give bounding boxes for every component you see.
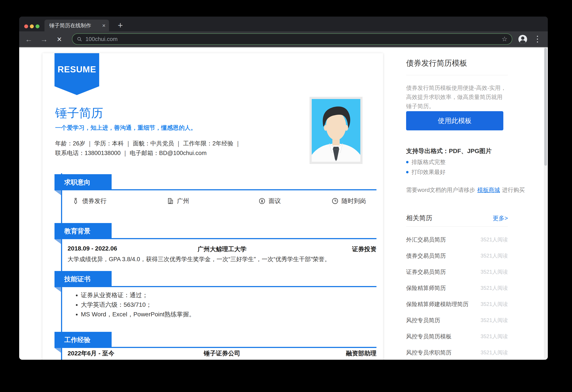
work-period: 2022年6月 - 至今 [68, 349, 114, 358]
related-resume-item[interactable]: 风控专员简历模板3521人阅读 [406, 328, 508, 344]
more-link[interactable]: 更多> [493, 214, 508, 222]
address-bar[interactable]: 100chui.com ☆ [72, 33, 512, 45]
close-window-button[interactable] [24, 24, 28, 28]
ribbon-fold [54, 190, 61, 195]
work-role: 融资部助理 [346, 349, 377, 358]
url-text: 100chui.com [85, 34, 117, 44]
candidate-info-line1: 年龄：26岁 ｜ 学历：本科 ｜ 面貌：中共党员 ｜ 工作年限：2年经验 ｜ [55, 140, 241, 147]
export-point: 排版格式完整 [406, 158, 445, 166]
related-resume-item[interactable]: 证券交易员简历3521人阅读 [406, 264, 508, 280]
search-icon [77, 36, 82, 42]
page-scrollbar [544, 47, 547, 360]
browser-window: 锤子简历在线制作 × + ← → × 100chui.com ☆ [19, 16, 548, 360]
skill-item: 大学英语六级：563/710； [81, 300, 195, 310]
related-heading-row: 相关简历 更多> [406, 214, 508, 223]
tab-close-icon[interactable]: × [102, 20, 106, 32]
template-store-link[interactable]: 模板商城 [477, 187, 500, 193]
id-photo [310, 97, 363, 164]
bullet-dot [406, 171, 409, 173]
related-resume-item[interactable]: 风控专员求职简历3521人阅读 [406, 344, 508, 360]
template-description: 债券发行简历模板使用便捷-高效-实用，高效提升求职效率，做高质量简历就用锤子简历… [406, 83, 508, 111]
related-resume-item[interactable]: 外汇交易员简历3521人阅读 [406, 231, 508, 248]
education-period: 2018.09 - 2022.06 [68, 245, 117, 253]
export-point: 打印效果最好 [406, 168, 445, 176]
skill-item: MS Word，Excel，PowerPoint熟练掌握。 [81, 310, 195, 319]
section-title-work: 工作经验 [54, 332, 111, 348]
section-title-intent: 求职意向 [54, 174, 111, 190]
resume-ribbon: RESUME [54, 53, 99, 95]
browser-toolbar: ← → × 100chui.com ☆ [19, 32, 548, 47]
section-title-skills: 技能证书 [54, 271, 111, 287]
page-viewport: RESUME 锤子简历 一个爱学习，知上进，善沟通，重细节，懂感恩的人。 年龄：… [19, 47, 548, 360]
intent-city: 广州 [167, 196, 189, 206]
template-title: 债券发行简历模板 [406, 58, 467, 68]
related-resume-item[interactable]: 债券交易员简历3521人阅读 [406, 248, 508, 264]
clock-icon [331, 197, 339, 205]
education-description: 大学成绩优异，GPA 3.8/4.0，获得三次优秀学生奖学金，一次“三好学生”，… [68, 255, 379, 264]
related-resume-list: 外汇交易员简历3521人阅读 债券交易员简历3521人阅读 证券交易员简历352… [406, 231, 508, 360]
yen-icon [258, 197, 266, 205]
ribbon-fold [54, 239, 61, 244]
intent-availability: 随时到岗 [331, 196, 366, 206]
tab-title: 锤子简历在线制作 [49, 20, 91, 32]
export-format-heading: 支持导出格式：PDF、JPG图片 [406, 147, 492, 155]
education-row: 2018.09 - 2022.06 广州大鲸理工大学 证券投资 [68, 245, 377, 253]
back-button[interactable]: ← [24, 34, 33, 44]
bookmark-star-icon[interactable]: ☆ [502, 34, 508, 44]
candidate-name: 锤子简历 [55, 105, 103, 121]
skill-item: 证券从业资格证：通过； [81, 290, 195, 300]
related-resume-item[interactable]: 保险精算师简历3521人阅读 [406, 280, 508, 296]
building-icon [167, 197, 174, 205]
profile-avatar[interactable] [518, 35, 527, 44]
cartoon-portrait [312, 99, 360, 162]
stop-loading-button[interactable]: × [54, 34, 64, 44]
browser-tab[interactable]: 锤子简历在线制作 × [45, 20, 109, 32]
word-purchase-note: 需要word文档的用户请移步模板商城进行购买 [406, 186, 525, 194]
scrollbar-thumb[interactable] [544, 48, 547, 166]
use-template-button[interactable]: 使用此模板 [406, 111, 503, 130]
ribbon-fold [54, 348, 61, 353]
ribbon-fold [54, 287, 61, 292]
forward-button[interactable]: → [39, 34, 49, 44]
related-resume-item[interactable]: 保险精算师建模助理简历3521人阅读 [406, 296, 508, 312]
education-school: 广州大鲸理工大学 [198, 245, 247, 253]
minimize-window-button[interactable] [30, 24, 34, 28]
candidate-tagline: 一个爱学习，知上进，善沟通，重细节，懂感恩的人。 [55, 124, 196, 132]
resume-preview-card: RESUME 锤子简历 一个爱学习，知上进，善沟通，重细节，懂感恩的人。 年龄：… [43, 53, 383, 360]
skills-list: 证券从业资格证：通过； 大学英语六级：563/710； MS Word，Exce… [75, 290, 195, 319]
new-tab-button[interactable]: + [115, 20, 126, 31]
education-major: 证券投资 [352, 245, 377, 253]
related-resume-item[interactable]: 风控专员简历3521人阅读 [406, 312, 508, 328]
candidate-info-line2: 联系电话：13800138000 ｜ 电子邮箱：BD@100chui.com [55, 149, 207, 157]
bullet-dot [406, 161, 409, 163]
divider [406, 226, 508, 227]
intent-position: 债券发行 [72, 196, 107, 206]
zoom-window-button[interactable] [35, 24, 39, 28]
browser-menu-button[interactable] [533, 34, 542, 44]
tie-icon [72, 197, 79, 205]
work-row: 2022年6月 - 至今 锤子证券公司 融资部助理 [68, 349, 377, 358]
tab-strip: 锤子简历在线制作 × + [19, 16, 548, 32]
section-title-education: 教育背景 [54, 223, 111, 239]
work-company: 锤子证券公司 [204, 349, 240, 358]
related-heading: 相关简历 [406, 214, 432, 223]
intent-salary: 面议 [258, 196, 281, 206]
